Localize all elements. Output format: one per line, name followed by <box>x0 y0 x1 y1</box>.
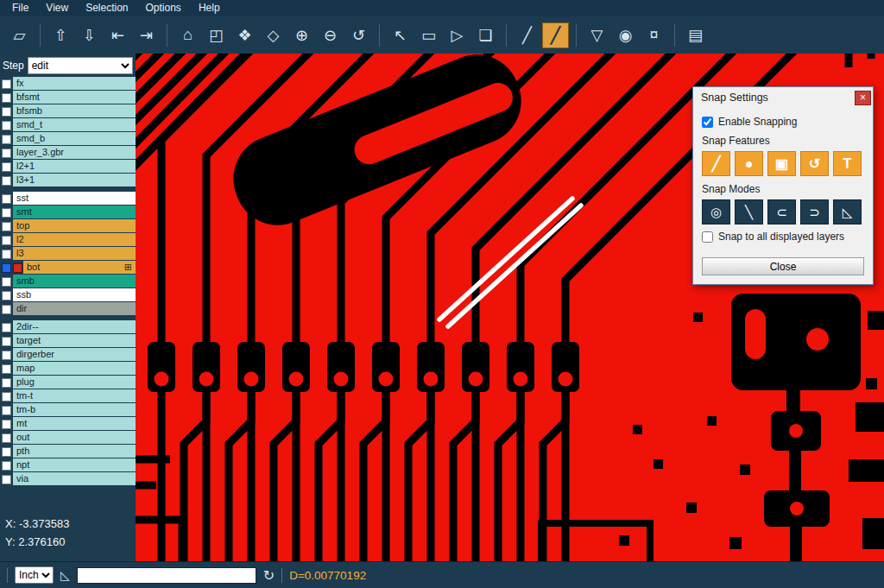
layer-name[interactable]: smb <box>13 275 136 288</box>
dialog-titlebar[interactable]: Snap Settings × <box>693 87 873 108</box>
step-select[interactable]: edit <box>28 57 133 74</box>
layer-checkbox[interactable] <box>0 160 13 174</box>
layer-checkbox[interactable] <box>0 288 13 302</box>
layer-row[interactable]: target <box>0 334 136 348</box>
layer-name[interactable]: tm-b <box>13 403 136 417</box>
layer-checkbox[interactable] <box>0 376 13 389</box>
layer-row[interactable]: 2dir-- <box>0 320 136 334</box>
draw-line-button[interactable]: ╱ <box>514 22 540 48</box>
zoom-window-button[interactable]: ◰ <box>203 22 230 48</box>
layer-row[interactable]: via <box>0 472 136 486</box>
layer-checkbox[interactable] <box>0 247 13 261</box>
layer-row[interactable]: smd_b <box>0 132 136 146</box>
layer-checkbox[interactable] <box>0 362 13 376</box>
layer-row[interactable]: sst <box>0 192 136 205</box>
layer-name[interactable]: l3+1 <box>13 174 136 187</box>
layer-name[interactable]: out <box>13 431 136 445</box>
layer-row[interactable]: npt <box>0 458 136 472</box>
layer-row[interactable]: out <box>0 431 136 445</box>
layer-name[interactable]: dir <box>13 302 136 316</box>
layer-checkbox[interactable] <box>0 431 13 445</box>
layer-checkbox[interactable] <box>0 403 13 417</box>
enable-snapping-checkbox[interactable] <box>702 117 713 128</box>
layer-name[interactable]: l2+1 <box>13 160 136 174</box>
layer-name[interactable]: mt <box>13 417 136 431</box>
layer-checkbox[interactable] <box>0 219 13 233</box>
snap-surface-button[interactable]: ▣ <box>767 151 796 176</box>
snap-all-layers-checkbox[interactable] <box>702 231 713 243</box>
layer-checkbox[interactable] <box>0 389 13 403</box>
layer-name[interactable]: npt <box>13 458 136 472</box>
layer-row[interactable]: map <box>0 362 136 376</box>
unit-select[interactable]: Inch <box>15 566 54 584</box>
refresh-icon[interactable]: ↻ <box>263 567 275 584</box>
menu-selection[interactable]: Selection <box>77 0 136 16</box>
layer-name[interactable]: layer_3.gbr <box>13 146 136 160</box>
layer-row[interactable]: bfsmt <box>0 91 136 104</box>
layer-checkbox[interactable] <box>0 233 13 247</box>
layer-name[interactable]: top <box>13 219 136 233</box>
layer-checkbox[interactable] <box>0 205 13 219</box>
zoom-out-button[interactable]: ⊖ <box>317 22 344 48</box>
layer-row[interactable]: l2 <box>0 233 136 247</box>
layer-row[interactable]: smb <box>0 275 136 288</box>
select-polygon-button[interactable]: ▷ <box>444 22 470 48</box>
layer-checkbox[interactable] <box>0 445 13 458</box>
layer-checkbox[interactable] <box>0 174 13 187</box>
snap-edge-right-button[interactable]: ⊃ <box>800 199 829 224</box>
layer-checkbox[interactable] <box>0 146 13 160</box>
close-button[interactable]: Close <box>702 257 864 275</box>
angle-tool-icon[interactable]: ◺ <box>60 568 70 582</box>
layer-name[interactable]: smt <box>13 205 136 219</box>
snap-pad-button[interactable]: ● <box>735 151 763 176</box>
layer-row[interactable]: l2+1 <box>0 160 136 174</box>
layer-row-selected[interactable]: bot⊞ <box>0 261 136 275</box>
layer-name[interactable]: bfsmb <box>13 104 136 118</box>
snap-contour-button[interactable]: ◺ <box>833 199 862 224</box>
snap-edge-left-button[interactable]: ⊂ <box>767 199 796 224</box>
layer-name[interactable]: map <box>13 362 136 376</box>
layer-checkbox[interactable] <box>0 118 13 132</box>
layer-row[interactable]: smt <box>0 205 136 219</box>
menu-view[interactable]: View <box>37 0 77 16</box>
zoom-in-button[interactable]: ⊕ <box>288 22 315 48</box>
layer-checkbox[interactable] <box>0 472 13 486</box>
layer-checkbox[interactable] <box>0 261 13 275</box>
layer-row[interactable]: bfsmb <box>0 104 136 118</box>
layer-checkbox[interactable] <box>0 275 13 288</box>
snap-center-button[interactable]: ◎ <box>702 199 730 224</box>
layer-row[interactable]: tm-b <box>0 403 136 417</box>
layer-row[interactable]: l3+1 <box>0 174 136 187</box>
net-search-button[interactable]: ¤ <box>641 22 667 48</box>
layer-name[interactable]: l2 <box>13 233 136 247</box>
layer-name[interactable]: plug <box>13 376 136 389</box>
pan-button[interactable]: ❖ <box>231 22 258 48</box>
layer-checkbox[interactable] <box>0 458 13 472</box>
filter-button[interactable]: ▽ <box>584 22 610 48</box>
snap-line-button[interactable]: ╱ <box>702 151 730 176</box>
layer-row[interactable]: pth <box>0 445 136 458</box>
layer-row[interactable]: fx <box>0 77 136 91</box>
report-button[interactable]: ▤ <box>682 22 709 48</box>
select-rectangle-button[interactable]: ▭ <box>415 22 442 48</box>
snap-arc-button[interactable]: ↺ <box>800 151 829 176</box>
layer-name[interactable]: tm-t <box>13 389 136 403</box>
zoom-polygon-button[interactable]: ◇ <box>260 22 287 48</box>
measure-ruler-button[interactable]: ╱ <box>542 22 569 48</box>
menu-help[interactable]: Help <box>190 0 229 16</box>
layer-checkbox[interactable] <box>0 334 13 348</box>
zoom-previous-button[interactable]: ↺ <box>345 22 372 48</box>
layer-checkbox[interactable] <box>0 132 13 146</box>
layer-row[interactable]: tm-t <box>0 389 136 403</box>
layer-name[interactable]: target <box>13 334 136 348</box>
layer-row[interactable]: plug <box>0 376 136 389</box>
home-view-button[interactable]: ⌂ <box>174 22 201 48</box>
layer-checkbox[interactable] <box>0 77 13 91</box>
layer-checkbox[interactable] <box>0 320 13 334</box>
snap-vertex-button[interactable]: ╲ <box>735 199 763 224</box>
layer-name[interactable]: smd_b <box>13 132 136 146</box>
layer-name[interactable]: sst <box>13 192 136 205</box>
menu-options[interactable]: Options <box>137 0 190 16</box>
select-button[interactable]: ↖ <box>387 22 414 48</box>
layer-name[interactable]: smd_t <box>13 118 136 132</box>
